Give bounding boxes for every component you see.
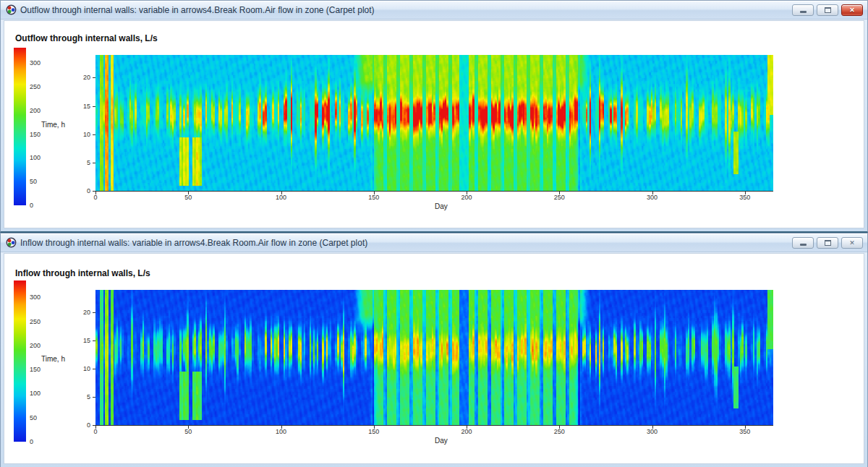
x-tick-label: 200 — [461, 428, 472, 435]
chart-title: Outflow through internal walls, L/s — [15, 33, 158, 43]
x-axis-line — [95, 191, 773, 192]
colorbar-tick-label: 150 — [30, 366, 41, 373]
y-axis-label: Time, h — [41, 121, 65, 129]
x-tick-label: 300 — [647, 194, 658, 201]
x-tick-label: 0 — [93, 194, 97, 201]
colorbar-tick-label: 300 — [30, 59, 41, 67]
y-tick-label: 5 — [72, 159, 90, 166]
y-tick-label: 5 — [72, 393, 90, 400]
y-tick-label: 10 — [72, 365, 90, 372]
chart-title: Inflow through internal walls, L/s — [15, 268, 150, 278]
y-tick-label: 15 — [72, 103, 90, 110]
x-tick-label: 200 — [461, 194, 472, 201]
colorbar-tick-label: 200 — [30, 107, 41, 114]
colorbar-tick-label: 100 — [30, 154, 41, 161]
y-tick-label: 10 — [72, 131, 90, 138]
x-tick-label: 0 — [93, 428, 97, 435]
outflow-plot-window: Outflow through internal walls: variable… — [0, 0, 868, 233]
x-tick-label: 350 — [739, 194, 750, 201]
y-tick-label: 15 — [72, 337, 90, 344]
x-tick-label: 250 — [554, 428, 565, 435]
inflow-plot-window: Inflow through internal walls: variable … — [0, 233, 868, 467]
colorbar-tick-label: 250 — [30, 318, 41, 325]
colorbar-tick-label: 300 — [30, 294, 41, 301]
colorbar-tick-label: 100 — [30, 390, 41, 397]
colorbar-tick-label: 50 — [30, 414, 37, 421]
colorbar-tick-label: 0 — [30, 202, 33, 209]
colorbar-gradient — [14, 280, 26, 442]
colorbar-tick-label: 150 — [30, 131, 41, 138]
y-tick-label: 0 — [72, 187, 90, 194]
x-axis-line — [95, 425, 773, 426]
x-axis-label: Day — [435, 437, 448, 445]
x-tick-label: 250 — [554, 194, 565, 201]
y-tick-label: 20 — [72, 309, 90, 316]
colorbar-tick-label: 200 — [30, 342, 41, 349]
colorbar-tick-label: 250 — [30, 83, 41, 90]
colorbar-tick-label: 0 — [30, 438, 33, 445]
x-tick-label: 50 — [184, 194, 192, 201]
x-axis-label: Day — [435, 202, 448, 210]
y-tick-label: 0 — [72, 421, 90, 429]
x-tick-label: 50 — [184, 428, 192, 435]
outflow-carpet-chart: Outflow through internal walls, L/s05010… — [1, 1, 867, 231]
x-tick-label: 100 — [276, 194, 286, 201]
x-tick-label: 150 — [368, 428, 379, 435]
x-tick-label: 100 — [276, 428, 286, 435]
heatmap-plot-area[interactable] — [95, 290, 773, 425]
x-tick-label: 300 — [647, 428, 658, 435]
x-tick-label: 350 — [739, 428, 750, 435]
y-tick-label: 20 — [72, 74, 90, 81]
colorbar-tick-label: 50 — [30, 178, 37, 185]
inflow-carpet-chart: Inflow through internal walls, L/s050100… — [1, 234, 867, 467]
colorbar-gradient — [14, 48, 26, 205]
x-tick-label: 150 — [368, 194, 379, 201]
heatmap-plot-area[interactable] — [95, 55, 773, 191]
y-axis-label: Time, h — [41, 355, 65, 363]
